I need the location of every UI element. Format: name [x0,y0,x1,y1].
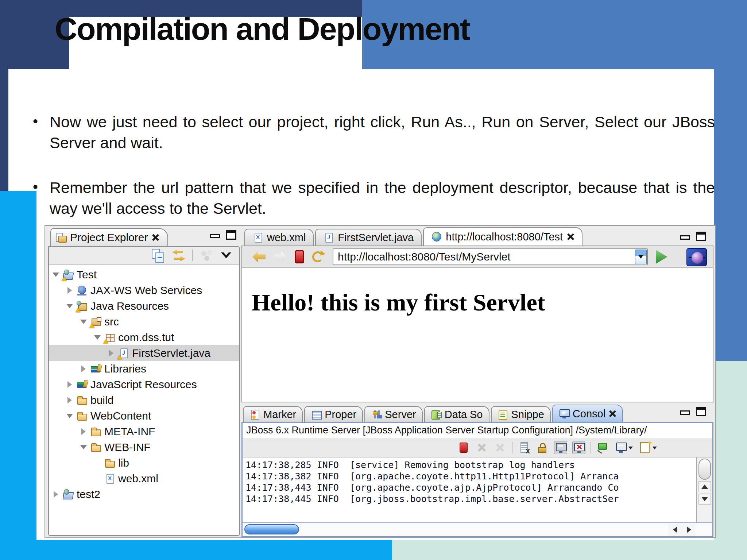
editor-tab[interactable]: web.xml [244,229,314,246]
clear-console-icon[interactable] [518,441,531,454]
tree-expand-arrow[interactable] [93,335,101,340]
tab-project-explorer[interactable]: Project Explorer [50,228,168,246]
link-editor-icon[interactable] [171,248,186,263]
data-source-icon [431,409,442,420]
tree-expand-arrow[interactable] [66,381,74,388]
tree-item-label: Test [77,269,97,281]
monitor-a-icon[interactable] [554,441,567,454]
separator-icon[interactable] [512,442,512,453]
tree-expand-arrow[interactable] [66,304,74,308]
synced-dots-icon[interactable] [198,248,213,263]
tree-item[interactable]: src [49,314,239,329]
url-bar [333,248,648,265]
package-icon [104,332,115,343]
tree-expand-arrow[interactable] [107,350,115,356]
editor-tab[interactable]: FirstServlet.java [315,229,422,246]
close-view-icon[interactable] [151,233,159,242]
close-tab-icon[interactable] [608,410,616,418]
maximize-icon[interactable] [696,232,706,241]
java-file-icon [118,348,129,358]
bullet-item: Remember the url pattern that we specifi… [32,177,715,219]
tree-item[interactable]: com.dss.tut [49,329,239,345]
libraries-icon [77,379,88,390]
console-select-icon[interactable] [615,441,628,454]
tree-item[interactable]: WEB-INF [49,439,239,455]
java-file-icon [323,232,334,243]
scroll-lock-icon[interactable] [536,441,549,454]
bottom-view-tab[interactable]: Marker [243,406,303,422]
tree-expand-arrow[interactable] [66,397,74,403]
tree-expand-arrow[interactable] [66,287,74,294]
scroll-down-icon[interactable] [698,494,711,505]
minimize-icon[interactable] [680,410,690,415]
dropdown-arrow-icon [653,447,657,449]
tree-item[interactable]: META-INF [49,424,239,439]
stop-icon[interactable] [457,441,470,454]
url-dropdown-icon[interactable] [635,250,647,264]
horizontal-scrollbar[interactable] [243,522,712,536]
new-console-icon[interactable] [639,441,652,454]
bottom-view-tab-label: Data So [445,409,483,421]
tree-expand-arrow[interactable] [66,414,74,418]
tree-item-label: test2 [77,488,100,501]
tree-item[interactable]: FirstServlet.java [49,345,239,361]
scroll-up-icon[interactable] [698,481,711,492]
tree-item[interactable]: Libraries [49,361,239,376]
tree-expand-arrow[interactable] [52,491,60,498]
refresh-icon[interactable] [312,251,323,262]
tree-item[interactable]: JavaScript Resources [49,376,239,392]
pin-console-icon[interactable] [596,441,609,454]
clear-xx-icon[interactable] [494,441,507,454]
monitor-b-icon[interactable] [572,441,585,454]
tree-item[interactable]: WebContent [49,408,239,424]
editor-tab-label: FirstServlet.java [338,232,414,244]
forward-icon[interactable] [274,251,287,263]
stop-icon[interactable] [295,250,304,263]
tree-expand-arrow[interactable] [80,366,88,372]
tree-expand-arrow[interactable] [80,428,88,435]
url-input[interactable] [333,248,648,265]
bullet-list: Now we just need to select our project, … [32,112,715,243]
minimize-icon[interactable] [680,235,690,240]
tree-item[interactable]: web.xml [49,471,239,486]
minimize-icon[interactable] [210,234,220,238]
separator-icon[interactable] [591,442,591,453]
tree-expand-arrow[interactable] [80,320,88,324]
view-menu-icon[interactable] [219,248,233,263]
tree-item[interactable]: test2 [49,486,239,502]
scroll-right-icon[interactable] [682,523,696,536]
servers-icon [371,409,382,420]
tree-item[interactable]: Test [49,267,239,282]
bottom-view-tab-label: Snippe [511,409,544,421]
console-output: 14:17:38,285 INFO [service] Removing boo… [243,457,696,522]
tree-item[interactable]: Java Resources [49,298,239,314]
java-project-icon [63,270,74,280]
warning-overlay-icon [103,339,108,344]
editor-tab[interactable]: http://localhost:8080/Test [423,227,582,246]
maximize-icon[interactable] [696,407,706,416]
bottom-view-tab[interactable]: Proper [304,406,363,422]
scrollbar-thumb[interactable] [698,459,711,480]
scrollbar-thumb[interactable] [244,524,299,534]
back-icon[interactable] [252,251,266,263]
tree-item[interactable]: build [49,392,239,408]
vertical-scrollbar[interactable] [696,457,712,522]
tree-expand-arrow[interactable] [80,445,88,449]
scroll-left-icon[interactable] [668,523,682,536]
bottom-view-tab[interactable]: Server [364,406,422,422]
folder-icon [104,458,115,468]
bottom-view-tab[interactable]: Consol [552,405,623,422]
clear-x-icon[interactable] [475,441,488,454]
tree-item[interactable]: lib [49,455,239,471]
separator-icon[interactable] [192,250,193,261]
collapse-all-icon[interactable] [151,248,166,263]
bottom-view-tab[interactable]: Snippe [491,406,551,422]
close-tab-icon[interactable] [566,233,574,241]
bottom-view-tab[interactable]: Data So [424,406,489,422]
console-line: 14:17:38,382 INFO [org.apache.coyote.htt… [245,471,696,482]
web-browser-icon[interactable] [686,248,707,266]
tree-expand-arrow[interactable] [52,273,60,277]
tree-item[interactable]: JAX-WS Web Services [49,282,239,298]
maximize-icon[interactable] [226,230,236,240]
go-icon[interactable] [656,250,667,264]
